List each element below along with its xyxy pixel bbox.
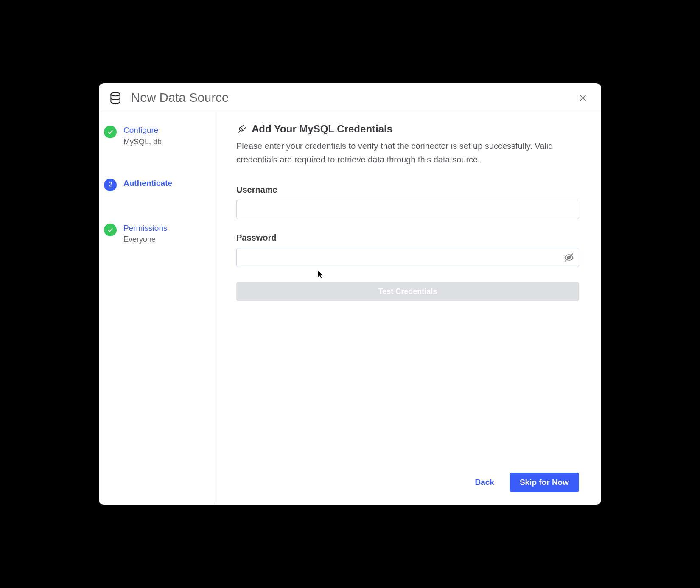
steps-sidebar: Configure MySQL, db 2 Authenticate Permi… [99, 112, 214, 505]
header-title-group: New Data Source [109, 91, 229, 105]
section-header: Add Your MySQL Credentials [236, 123, 579, 135]
step-title: Permissions [123, 223, 167, 234]
dialog-body: Configure MySQL, db 2 Authenticate Permi… [99, 112, 601, 505]
back-button[interactable]: Back [473, 474, 496, 490]
skip-for-now-button[interactable]: Skip for Now [510, 473, 579, 492]
test-credentials-button[interactable]: Test Credentials [236, 282, 579, 301]
step-done-check-icon [104, 126, 117, 138]
svg-point-0 [111, 92, 120, 96]
dialog-header: New Data Source [99, 83, 601, 112]
close-button[interactable] [577, 92, 589, 104]
step-title: Configure [123, 125, 162, 136]
plug-icon [236, 123, 247, 134]
step-title: Authenticate [123, 178, 172, 189]
mouse-cursor-icon [317, 270, 325, 280]
step-done-check-icon [104, 224, 117, 236]
section-description: Please enter your credentials to verify … [236, 139, 559, 166]
username-label: Username [236, 185, 579, 195]
step-subtitle: MySQL, db [123, 137, 162, 146]
username-field-group: Username [236, 185, 579, 219]
step-authenticate[interactable]: 2 Authenticate [104, 177, 209, 191]
step-configure[interactable]: Configure MySQL, db [104, 124, 209, 146]
password-label: Password [236, 233, 579, 243]
username-input[interactable] [236, 200, 579, 219]
main-panel: Add Your MySQL Credentials Please enter … [214, 112, 601, 505]
step-number-icon: 2 [104, 179, 117, 191]
toggle-password-visibility-button[interactable] [564, 252, 574, 263]
password-input[interactable] [236, 248, 579, 267]
dialog-title: New Data Source [131, 91, 229, 105]
dialog-footer: Back Skip for Now [236, 468, 579, 495]
step-permissions[interactable]: Permissions Everyone [104, 222, 209, 244]
section-title: Add Your MySQL Credentials [252, 123, 392, 135]
dialog-window: New Data Source Configure MySQL, db [99, 83, 601, 505]
step-subtitle: Everyone [123, 235, 167, 244]
database-icon [109, 92, 122, 104]
password-field-group: Password [236, 233, 579, 267]
